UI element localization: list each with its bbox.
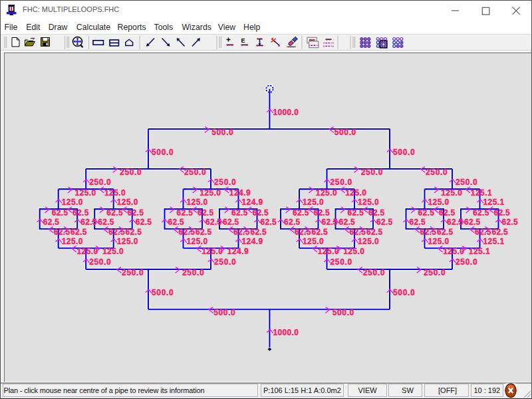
- svg-text:124.9: 124.9: [242, 237, 263, 246]
- svg-text:62.5: 62.5: [447, 217, 464, 227]
- svg-text:62.5: 62.5: [72, 208, 89, 217]
- svg-text:62.5: 62.5: [198, 208, 214, 217]
- svg-text:500.0: 500.0: [393, 148, 415, 157]
- svg-text:62.5: 62.5: [108, 227, 125, 237]
- svg-text:500.0: 500.0: [211, 128, 233, 137]
- svg-text:125.0: 125.0: [318, 247, 339, 256]
- svg-text:62.5: 62.5: [168, 217, 185, 227]
- svg-text:125.0: 125.0: [358, 237, 379, 246]
- svg-text:125.0: 125.0: [428, 237, 450, 246]
- svg-text:62.5: 62.5: [252, 208, 269, 217]
- svg-text:62.5: 62.5: [437, 227, 454, 237]
- svg-text:250.0: 250.0: [363, 268, 385, 277]
- svg-text:62.5: 62.5: [52, 208, 68, 217]
- svg-text:1000.0: 1000.0: [273, 328, 299, 337]
- svg-text:62.5: 62.5: [231, 208, 248, 217]
- svg-text:62.5: 62.5: [177, 208, 194, 217]
- svg-text:62.5: 62.5: [43, 217, 60, 227]
- svg-text:62.5: 62.5: [126, 227, 142, 237]
- svg-text:125.0: 125.0: [343, 247, 364, 256]
- svg-text:62.5: 62.5: [250, 227, 267, 237]
- svg-text:125.1: 125.1: [483, 237, 505, 246]
- svg-text:125.0: 125.0: [303, 198, 324, 207]
- svg-text:62.5: 62.5: [368, 208, 385, 217]
- svg-text:125.0: 125.0: [316, 188, 337, 198]
- svg-text:250.0: 250.0: [331, 257, 352, 267]
- svg-text:500.0: 500.0: [332, 308, 354, 317]
- svg-text:500.0: 500.0: [393, 288, 415, 297]
- svg-text:125.0: 125.0: [187, 237, 208, 246]
- svg-text:250.0: 250.0: [89, 257, 111, 267]
- svg-text:125.1: 125.1: [469, 247, 490, 256]
- svg-text:62.5: 62.5: [348, 208, 364, 217]
- svg-text:62.5: 62.5: [223, 217, 239, 227]
- svg-text:62.5: 62.5: [106, 208, 123, 217]
- svg-text:62.5: 62.5: [366, 227, 383, 237]
- svg-text:62.5: 62.5: [261, 217, 277, 227]
- svg-text:62.5: 62.5: [410, 217, 426, 227]
- svg-text:62.5: 62.5: [136, 217, 152, 227]
- svg-text:62.5: 62.5: [464, 217, 481, 227]
- svg-text:62.5: 62.5: [295, 227, 311, 237]
- svg-text:125.0: 125.0: [104, 188, 126, 198]
- svg-text:250.0: 250.0: [456, 257, 477, 267]
- svg-text:62.5: 62.5: [350, 227, 366, 237]
- svg-text:62.5: 62.5: [473, 208, 489, 217]
- svg-text:62.5: 62.5: [491, 227, 508, 237]
- svg-text:250.0: 250.0: [214, 257, 236, 267]
- svg-text:62.5: 62.5: [311, 227, 328, 237]
- svg-text:62.5: 62.5: [205, 217, 222, 227]
- svg-text:62.5: 62.5: [98, 217, 114, 227]
- svg-text:124.9: 124.9: [229, 188, 251, 198]
- svg-text:62.5: 62.5: [128, 208, 144, 217]
- svg-text:1000.0: 1000.0: [273, 108, 299, 117]
- svg-text:62.5: 62.5: [54, 227, 70, 237]
- svg-text:125.0: 125.0: [441, 188, 462, 198]
- svg-text:250.0: 250.0: [214, 178, 236, 187]
- svg-text:125.0: 125.0: [62, 237, 83, 246]
- svg-text:250.0: 250.0: [122, 268, 144, 277]
- svg-text:125.0: 125.0: [345, 188, 366, 198]
- svg-text:62.5: 62.5: [70, 227, 87, 237]
- svg-text:124.9: 124.9: [227, 247, 249, 256]
- svg-text:62.5: 62.5: [313, 208, 330, 217]
- svg-text:62.5: 62.5: [293, 208, 309, 217]
- svg-text:500.0: 500.0: [334, 128, 356, 137]
- svg-text:125.0: 125.0: [443, 247, 464, 256]
- svg-text:125.0: 125.0: [117, 198, 138, 207]
- svg-text:62.5: 62.5: [80, 217, 97, 227]
- svg-text:125.0: 125.0: [303, 237, 324, 246]
- svg-text:500.0: 500.0: [152, 288, 174, 297]
- svg-text:62.5: 62.5: [376, 217, 393, 227]
- svg-text:62.5: 62.5: [475, 227, 491, 237]
- svg-text:62.5: 62.5: [493, 208, 510, 217]
- svg-text:125.0: 125.0: [358, 198, 379, 207]
- svg-text:125.0: 125.0: [74, 188, 96, 198]
- svg-text:125.0: 125.0: [62, 198, 83, 207]
- svg-text:250.0: 250.0: [120, 168, 142, 177]
- svg-text:62.5: 62.5: [196, 227, 212, 237]
- svg-text:125.0: 125.0: [201, 247, 223, 256]
- svg-text:124.9: 124.9: [242, 198, 263, 207]
- svg-text:125.0: 125.0: [200, 188, 221, 198]
- svg-text:125.0: 125.0: [102, 247, 124, 256]
- svg-text:250.0: 250.0: [331, 178, 352, 187]
- svg-text:62.5: 62.5: [502, 217, 519, 227]
- svg-text:500.0: 500.0: [213, 308, 235, 317]
- svg-text:62.5: 62.5: [439, 208, 456, 217]
- svg-text:250.0: 250.0: [424, 268, 446, 277]
- svg-text:125.0: 125.0: [117, 237, 138, 246]
- svg-text:125.0: 125.0: [76, 247, 98, 256]
- svg-text:62.5: 62.5: [420, 227, 437, 237]
- svg-text:62.5: 62.5: [284, 217, 301, 227]
- svg-text:62.5: 62.5: [339, 217, 356, 227]
- svg-text:62.5: 62.5: [322, 217, 338, 227]
- svg-text:125.0: 125.0: [428, 198, 450, 207]
- svg-text:250.0: 250.0: [182, 268, 204, 277]
- svg-text:250.0: 250.0: [89, 178, 111, 187]
- svg-text:62.5: 62.5: [233, 227, 250, 237]
- svg-text:250.0: 250.0: [456, 178, 477, 187]
- svg-text:500.0: 500.0: [152, 148, 174, 157]
- svg-text:125.1: 125.1: [471, 188, 492, 198]
- svg-text:125.0: 125.0: [187, 198, 208, 207]
